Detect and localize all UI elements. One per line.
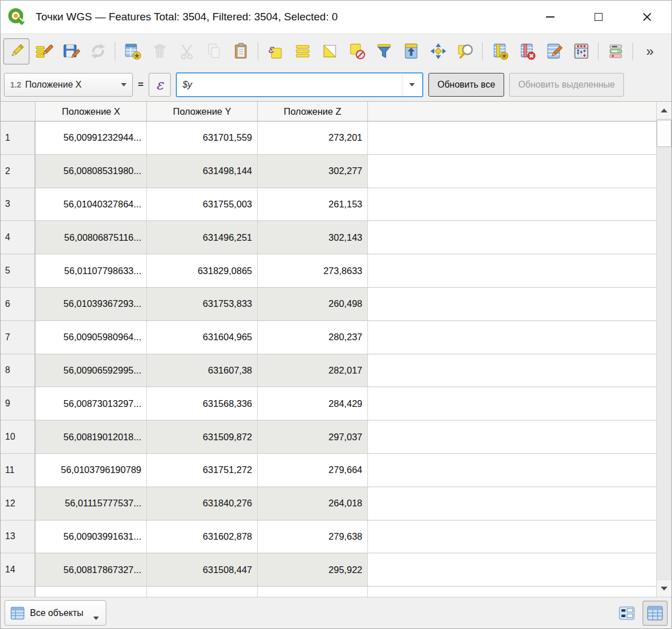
column-header-y[interactable]: Положение Y (147, 102, 258, 121)
add-feature-button[interactable] (119, 38, 145, 64)
row-number[interactable]: 5 (1, 254, 36, 287)
cell-z[interactable]: 295,922 (258, 553, 368, 586)
expression-input[interactable] (177, 73, 402, 96)
cell-y[interactable]: 631753,833 (147, 288, 258, 320)
cell-y[interactable]: 631751,272 (147, 454, 258, 487)
cell-z[interactable]: 282,017 (258, 354, 368, 387)
vertical-scrollbar[interactable] (656, 102, 671, 597)
row-number[interactable]: 12 (1, 487, 36, 520)
zoom-to-selection-button[interactable] (452, 38, 478, 64)
table-view-button[interactable] (643, 601, 667, 626)
select-all-button[interactable] (289, 38, 315, 64)
new-field-button[interactable] (487, 38, 513, 64)
cell-z[interactable]: 264,439 (258, 587, 368, 597)
cell-z[interactable]: 260,498 (258, 288, 368, 320)
toggle-editing-button[interactable] (3, 38, 29, 64)
feature-filter-label: Все объекты (30, 608, 83, 618)
cell-z[interactable]: 264,018 (258, 487, 368, 520)
paste-button[interactable] (228, 38, 254, 64)
scroll-down-button[interactable] (657, 579, 671, 597)
close-button[interactable] (623, 1, 671, 33)
cell-y[interactable]: 631568,336 (147, 387, 258, 420)
invert-selection-button[interactable] (317, 38, 342, 64)
row-number[interactable]: 4 (1, 221, 36, 254)
cell-x[interactable]: 56,01115777537... (36, 487, 147, 520)
deselect-all-button[interactable] (344, 38, 370, 64)
cell-z[interactable]: 302,277 (258, 155, 368, 188)
expression-builder-button[interactable]: ε (149, 73, 171, 97)
maximize-button[interactable] (574, 1, 623, 33)
column-header-z[interactable]: Положение Z (258, 102, 368, 121)
cell-x[interactable]: 56,00808531980... (36, 155, 147, 188)
cell-x[interactable]: 56,0103796190789 (36, 454, 147, 487)
cell-z[interactable]: 279,638 (258, 520, 368, 553)
delete-field-button[interactable] (514, 38, 540, 64)
row-number[interactable]: 13 (1, 520, 36, 553)
field-calculator-button[interactable] (541, 38, 567, 64)
row-number[interactable]: 6 (1, 288, 36, 320)
row-number[interactable]: 14 (1, 553, 36, 586)
update-all-button[interactable]: Обновить все (428, 73, 504, 97)
multi-edit-mode-button[interactable] (31, 38, 57, 64)
cell-x[interactable]: 56,01039367293... (36, 288, 147, 320)
cell-x[interactable]: 56,00873013297... (36, 387, 147, 420)
row-number[interactable]: 7 (1, 321, 36, 354)
cell-y[interactable]: 631701,559 (147, 122, 258, 154)
cell-z[interactable]: 279,664 (258, 454, 368, 487)
row-number[interactable]: 10 (1, 420, 36, 453)
row-number[interactable]: 9 (1, 387, 36, 420)
row-number[interactable]: 1 (1, 122, 36, 154)
more-actions-button[interactable]: » (637, 38, 663, 64)
cell-x[interactable]: 56,00991232944... (36, 122, 147, 154)
cell-x[interactable]: 56,01107798633... (36, 254, 147, 287)
table-row: 1 56,00991232944... 631701,559 273,201 (1, 122, 656, 155)
cell-z[interactable]: 280,237 (258, 321, 368, 354)
scroll-up-button[interactable] (657, 102, 671, 119)
cell-y[interactable]: 631496,251 (147, 221, 258, 254)
cell-z[interactable]: 302,143 (258, 221, 368, 254)
minimize-button[interactable] (526, 1, 574, 33)
cell-y[interactable]: 631829,0865 (147, 254, 258, 287)
cell-y[interactable]: 631602,878 (147, 520, 258, 553)
cell-z[interactable]: 261,153 (258, 188, 368, 221)
feature-filter-button[interactable]: Все объекты (5, 600, 106, 626)
cell-x[interactable]: 56,00906592995... (36, 354, 147, 387)
cell-z[interactable]: 297,037 (258, 420, 368, 453)
cell-x[interactable]: 56,00806875116... (36, 221, 147, 254)
cell-x[interactable]: 56,00903991631... (36, 520, 147, 553)
pan-to-selection-button[interactable] (425, 38, 451, 64)
row-number[interactable]: 2 (1, 155, 36, 188)
cell-x[interactable]: 56,01004029771... (36, 587, 147, 597)
cell-y[interactable]: 631607,38 (147, 354, 258, 387)
select-by-expression-button[interactable]: ε (262, 38, 288, 64)
column-header-x[interactable]: Положение X (36, 102, 147, 121)
dock-attribute-table-button[interactable] (602, 38, 628, 64)
row-number[interactable]: 3 (1, 188, 36, 221)
cell-z[interactable]: 273,201 (258, 122, 368, 154)
statistics-button[interactable] (568, 38, 594, 64)
cell-z[interactable]: 284,429 (258, 387, 368, 420)
table-corner-cell[interactable] (1, 102, 36, 121)
cell-z[interactable]: 273,8633 (258, 254, 368, 287)
row-number[interactable]: 15 (1, 587, 36, 597)
expression-dropdown-button[interactable] (402, 73, 422, 96)
cell-y[interactable]: 631498,144 (147, 155, 258, 188)
cell-y[interactable]: 631755,003 (147, 188, 258, 221)
row-number[interactable]: 8 (1, 354, 36, 387)
cell-x[interactable]: 56,00905980964... (36, 321, 147, 354)
field-select-dropdown[interactable]: 1.2 Положение X (4, 73, 133, 97)
cell-y[interactable]: 631709,237 (147, 587, 258, 597)
cell-x[interactable]: 56,00817867327... (36, 553, 147, 586)
form-view-button[interactable] (614, 601, 639, 626)
move-selection-to-top-button[interactable] (398, 38, 424, 64)
filter-select-by-form-button[interactable] (371, 38, 397, 64)
cell-y[interactable]: 631840,276 (147, 487, 258, 520)
save-edits-button[interactable] (58, 38, 84, 64)
row-number[interactable]: 11 (1, 454, 36, 487)
scrollbar-thumb[interactable] (657, 120, 671, 147)
cell-y[interactable]: 631604,965 (147, 321, 258, 354)
cell-x[interactable]: 56,01040327864... (36, 188, 147, 221)
cell-x[interactable]: 56,00819012018... (36, 420, 147, 453)
cell-y[interactable]: 631508,447 (147, 553, 258, 586)
cell-y[interactable]: 631509,872 (147, 420, 258, 453)
